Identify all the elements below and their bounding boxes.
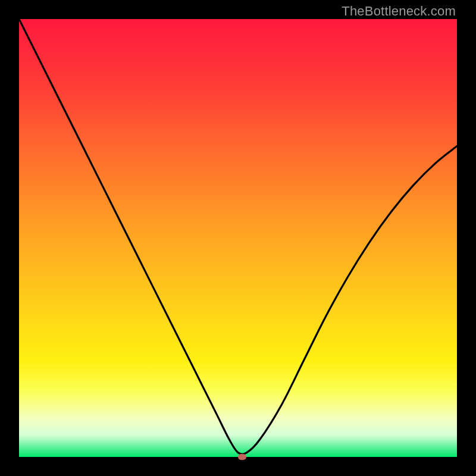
chart-frame: TheBottleneck.com <box>0 0 476 476</box>
curve-svg <box>19 19 457 457</box>
watermark-text: TheBottleneck.com <box>342 4 456 19</box>
minimum-marker <box>238 454 246 460</box>
bottleneck-curve <box>19 19 457 454</box>
plot-area <box>19 19 457 457</box>
